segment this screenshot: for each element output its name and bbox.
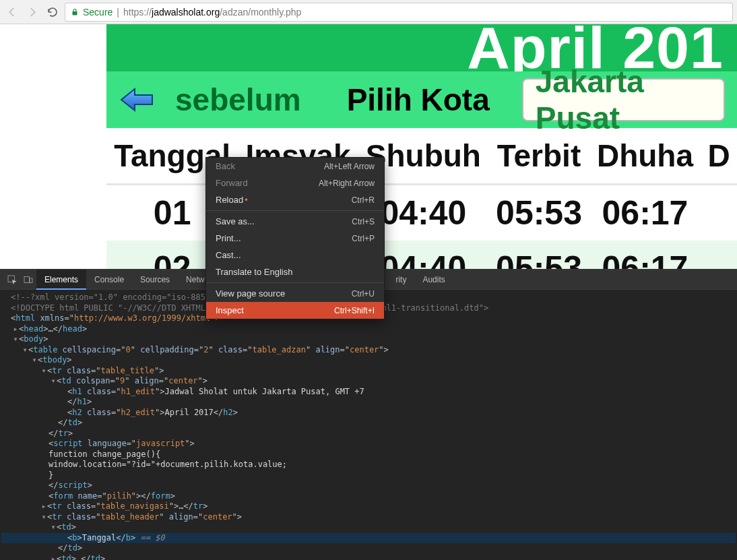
ctx-print[interactable]: Print...Ctrl+P [206,230,384,247]
context-menu: BackAlt+Left Arrow ForwardAlt+Right Arro… [205,157,385,319]
tab-console[interactable]: Console [86,270,132,290]
city-selected-value: Jakarta Pusat [536,63,711,136]
url: https://jadwalsholat.org/adzan/monthly.p… [123,7,301,18]
ctx-separator [206,282,384,283]
th-terbit: Terbit [488,128,589,185]
inspect-element-icon[interactable] [4,272,20,288]
reload-button[interactable] [44,4,61,20]
tab-audits[interactable]: Audits [414,270,453,290]
back-button[interactable] [4,4,20,20]
city-picker-label: Pilih Kota [347,82,490,118]
device-toggle-icon[interactable] [20,272,36,288]
address-bar[interactable]: Secure | https://jadwalsholat.org/adzan/… [65,3,733,22]
arrow-left-icon[interactable] [119,86,156,113]
svg-rect-0 [73,11,77,15]
th-dhuha: Dhuha [589,128,701,185]
ctx-separator [206,210,384,211]
nav-row: sebelum Pilih Kota Jakarta Pusat [106,71,737,128]
th-next: D [701,128,737,185]
lock-icon [71,7,79,17]
elements-tree[interactable]: <!--?xml version="1.0" encoding="iso-885… [0,290,737,560]
forward-button[interactable] [24,4,40,20]
browser-toolbar: Secure | https://jadwalsholat.org/adzan/… [0,0,737,24]
tab-security[interactable]: rity [387,270,414,290]
secure-label: Secure [83,7,113,18]
ctx-translate[interactable]: Translate to English [206,263,384,280]
table-header-row: Tanggal Imsyak Shubuh Terbit Dhuha D [106,128,737,185]
prev-link[interactable]: sebelum [175,82,301,118]
ctx-reload[interactable]: Reload•Ctrl+R [206,191,384,208]
tab-sources[interactable]: Sources [132,270,178,290]
tab-elements[interactable]: Elements [36,270,86,290]
ctx-save-as[interactable]: Save as...Ctrl+S [206,213,384,230]
svg-rect-3 [30,278,32,283]
ctx-cast[interactable]: Cast... [206,247,384,263]
ctx-view-source[interactable]: View page sourceCtrl+U [206,285,384,302]
table-row: 01 04:40 05:53 06:17 [106,185,737,241]
ctx-back[interactable]: BackAlt+Left Arrow [206,158,384,175]
ctx-inspect[interactable]: InspectCtrl+Shift+I [206,302,384,319]
city-select[interactable]: Jakarta Pusat [522,78,725,121]
ctx-forward[interactable]: ForwardAlt+Right Arrow [206,175,384,191]
separator: | [117,7,119,18]
svg-rect-2 [24,276,29,282]
